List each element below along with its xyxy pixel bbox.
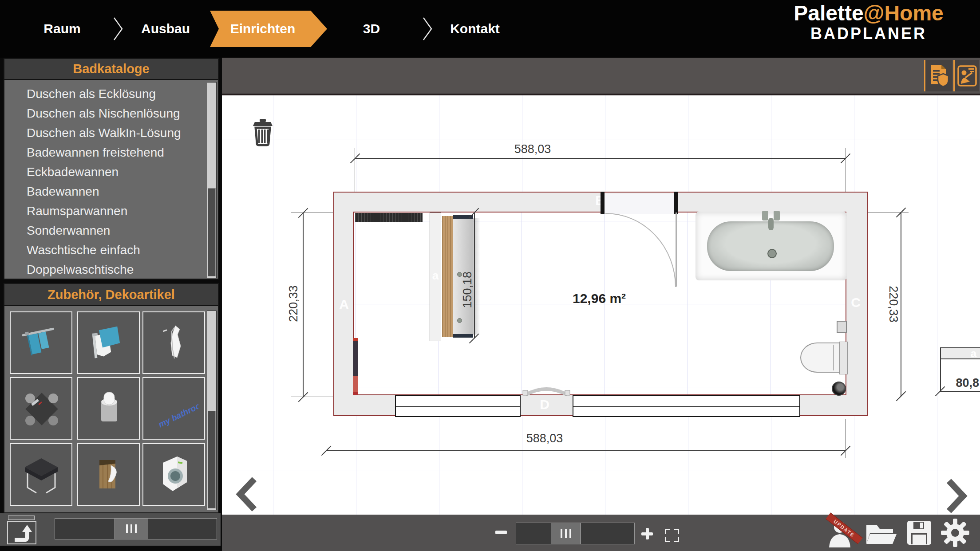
nav-step-raum[interactable]: Raum (36, 20, 89, 38)
catalog-item[interactable]: Duschen als WalkIn-Lösung (4, 123, 218, 143)
accessory-stool[interactable] (10, 443, 72, 506)
mini-indicator-strip (8, 516, 35, 520)
dim-line-right (901, 213, 901, 396)
wall-label-right: C (850, 295, 862, 310)
towel-rail-blue-white-icon (84, 319, 133, 367)
floor-drain[interactable] (832, 382, 846, 396)
radiator[interactable] (355, 213, 423, 222)
dim-label-top: 588,03 (506, 142, 559, 156)
catalog-item[interactable]: Sonderwannen (4, 221, 218, 240)
update-account-button[interactable]: UPDATE (826, 517, 862, 548)
gear-icon (940, 517, 970, 548)
chevron-separator-icon (422, 16, 433, 42)
flush-plate[interactable] (837, 321, 847, 333)
logo-subtitle: BADPLANER (776, 25, 961, 43)
privacy-document-button[interactable] (924, 60, 952, 91)
catalog-scrollbar-track[interactable] (207, 82, 217, 278)
accessory-washing-machine[interactable] (142, 443, 205, 506)
sidebar-bottom-bar (0, 513, 221, 546)
door-swing-arc (605, 213, 676, 288)
catalog-item[interactable]: Waschtische einfach (4, 240, 218, 260)
catalog-item[interactable]: Doppelwaschtische (4, 260, 218, 279)
nav-step-3d[interactable]: 3D (349, 20, 394, 38)
logo-palette: Palette (794, 1, 863, 25)
offscreen-object-header[interactable]: a (940, 347, 980, 359)
catalog-item[interactable]: Duschen als Nischenlösung (4, 104, 218, 123)
top-navigation: Raum Ausbau Einrichten 3D Kontakt Palett… (0, 0, 980, 58)
catalog-item[interactable]: Duschen als Ecklösung (4, 84, 218, 104)
pan-left-button[interactable] (234, 476, 261, 513)
turn-up-arrow-icon (9, 523, 34, 543)
dim-label-right: 220,33 (886, 282, 900, 327)
accessory-laundry-basket[interactable] (77, 443, 140, 506)
zoom-slider-thumb[interactable] (551, 523, 581, 544)
accessory-deco-lettering[interactable]: my bathroom (142, 377, 205, 440)
nav-step-kontakt[interactable]: Kontakt (444, 20, 506, 38)
presenter-icon (957, 63, 977, 89)
fullscreen-button[interactable] (665, 529, 679, 542)
accessories-scrollbar-track[interactable] (207, 311, 217, 510)
zoom-in-button[interactable] (641, 528, 653, 539)
bathtub-tap-icon (762, 211, 768, 220)
wall-label-bottom: D (538, 398, 551, 412)
vanity-dim-label: 150,18 (461, 273, 474, 308)
settings-button[interactable] (940, 517, 970, 550)
accessory-bathrobe[interactable] (142, 311, 205, 374)
nav-step-einrichten-active[interactable]: Einrichten (210, 11, 327, 47)
sidebar-pan-slider-thumb[interactable] (115, 519, 148, 539)
towel-rail-towels-icon (17, 319, 66, 367)
catalog-list: Duschen als Ecklösung Duschen als Nische… (4, 80, 218, 279)
wall-label-offscreen: a (971, 347, 976, 359)
sidebar-pan-slider[interactable] (55, 518, 217, 539)
accessory-waste-bin[interactable] (77, 377, 140, 440)
document-shield-icon (929, 62, 949, 90)
waste-bin-icon (84, 384, 133, 433)
door-jamb-left (601, 192, 605, 214)
stool-icon (17, 450, 66, 499)
pan-right-button[interactable] (943, 477, 969, 515)
faucet-icon (457, 318, 462, 323)
catalog-item[interactable]: Badewannen (4, 182, 218, 201)
save-project-button[interactable] (906, 520, 932, 547)
zoom-out-button[interactable] (495, 531, 507, 534)
floppy-save-icon (906, 520, 932, 546)
deco-lettering-icon: my bathroom (150, 384, 198, 433)
toilet[interactable] (800, 342, 841, 373)
wall-label-left: A (338, 297, 350, 311)
catalog-item[interactable]: Badewannen freistehend (4, 143, 218, 162)
window-left[interactable] (395, 395, 521, 417)
sidebar: Badkataloge Duschen als Ecklösung Dusche… (0, 58, 222, 551)
trash-drop-target[interactable] (252, 119, 274, 148)
towel-bar[interactable] (520, 383, 573, 396)
bathrobe-icon (150, 319, 198, 367)
door-opening[interactable] (601, 193, 676, 214)
laundry-basket-icon (84, 450, 133, 499)
accessory-towel-rail-blue-white[interactable] (77, 311, 140, 374)
chevron-separator-icon (112, 16, 124, 42)
catalog-item[interactable]: Raumsparwannen (4, 201, 218, 221)
bathtub[interactable] (695, 212, 847, 280)
app-logo: Palette@Home BADPLANER (776, 2, 961, 43)
badplaner-app: Raum Ausbau Einrichten 3D Kontakt Palett… (0, 0, 980, 551)
back-level-button[interactable] (7, 521, 36, 544)
catalog-scrollbar-thumb[interactable] (208, 188, 216, 276)
zoom-slider[interactable] (516, 523, 635, 544)
catalog-item[interactable]: Eckbadewannen (4, 162, 218, 182)
canvas-top-strip (222, 58, 980, 94)
accessory-scale[interactable] (10, 377, 72, 440)
nav-step-ausbau[interactable]: Ausbau (134, 20, 197, 38)
accessories-scrollbar-thumb[interactable] (208, 411, 216, 508)
open-project-button[interactable] (865, 522, 897, 547)
logo-at-home: @Home (864, 1, 944, 25)
toilet-cistern (839, 342, 848, 374)
vanity-cabinet[interactable] (442, 216, 453, 337)
tutorial-button[interactable] (953, 60, 979, 91)
catalog-panel-title: Badkataloge (4, 59, 218, 80)
accessory-towel-rail-towels[interactable] (10, 311, 72, 374)
dim-line-top (355, 158, 846, 159)
door-jamb-right (674, 192, 678, 214)
dim-label-offscreen: 80,8 (954, 376, 979, 390)
bathtub-spout-icon (768, 218, 774, 230)
towel-dryer[interactable] (353, 338, 358, 395)
window-right[interactable] (573, 395, 800, 417)
